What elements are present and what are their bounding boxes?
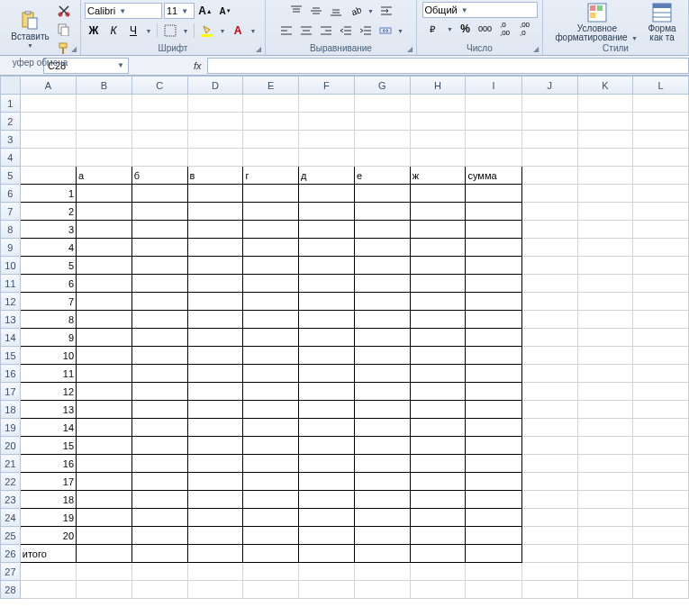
cell[interactable]: [354, 563, 410, 581]
cell[interactable]: [577, 203, 633, 221]
cell[interactable]: [299, 581, 355, 599]
row-header[interactable]: 18: [1, 401, 21, 419]
cell[interactable]: 12: [20, 383, 76, 401]
cell[interactable]: [354, 455, 410, 473]
cell[interactable]: [521, 257, 577, 275]
cell[interactable]: [521, 167, 577, 185]
cell[interactable]: в: [187, 167, 243, 185]
column-header[interactable]: J: [521, 77, 577, 95]
cell[interactable]: [187, 131, 243, 149]
cell[interactable]: [521, 347, 577, 365]
cell[interactable]: [521, 563, 577, 581]
row-header[interactable]: 7: [1, 203, 21, 221]
cell[interactable]: [521, 131, 577, 149]
cell[interactable]: [243, 455, 299, 473]
cell[interactable]: [243, 329, 299, 347]
cell[interactable]: [243, 419, 299, 437]
cell[interactable]: 5: [20, 257, 76, 275]
chevron-down-icon[interactable]: ▼: [218, 28, 227, 34]
cell[interactable]: [243, 257, 299, 275]
cell[interactable]: [243, 383, 299, 401]
cell[interactable]: [187, 329, 243, 347]
cell[interactable]: [354, 437, 410, 455]
cell[interactable]: [410, 347, 466, 365]
cell[interactable]: [577, 491, 633, 509]
cell[interactable]: [466, 545, 521, 563]
cell[interactable]: [131, 419, 187, 437]
cell[interactable]: [354, 149, 410, 167]
cell[interactable]: [187, 185, 243, 203]
cell[interactable]: [633, 149, 689, 167]
cell[interactable]: [521, 437, 577, 455]
cell[interactable]: сумма: [466, 167, 521, 185]
percent-button[interactable]: %: [457, 20, 475, 38]
cell[interactable]: [466, 257, 521, 275]
cell[interactable]: [299, 275, 355, 293]
cell[interactable]: [299, 437, 355, 455]
formula-input[interactable]: [207, 58, 689, 74]
cell[interactable]: [243, 113, 299, 131]
cell[interactable]: [633, 203, 689, 221]
cell[interactable]: [410, 563, 466, 581]
cell[interactable]: [77, 581, 132, 599]
cell[interactable]: [521, 203, 577, 221]
cell[interactable]: [187, 221, 243, 239]
cell[interactable]: [521, 239, 577, 257]
cell[interactable]: [466, 347, 521, 365]
cell[interactable]: [77, 509, 132, 527]
row-header[interactable]: 15: [1, 347, 21, 365]
row-header[interactable]: 16: [1, 365, 21, 383]
paste-button[interactable]: Вставить ▼: [7, 11, 52, 49]
cell[interactable]: [410, 95, 466, 113]
cell[interactable]: [633, 221, 689, 239]
cell[interactable]: [77, 383, 132, 401]
row-header[interactable]: 17: [1, 383, 21, 401]
cell[interactable]: [466, 563, 521, 581]
cell[interactable]: [131, 113, 187, 131]
merge-button[interactable]: [376, 22, 394, 40]
cell[interactable]: [354, 203, 410, 221]
row-header[interactable]: 24: [1, 509, 21, 527]
cell[interactable]: [77, 491, 132, 509]
cell[interactable]: [633, 185, 689, 203]
cell[interactable]: [187, 419, 243, 437]
cell[interactable]: [354, 545, 410, 563]
cell[interactable]: [131, 509, 187, 527]
cell[interactable]: 20: [20, 527, 76, 545]
cell[interactable]: [243, 221, 299, 239]
cell[interactable]: [521, 329, 577, 347]
row-header[interactable]: 12: [1, 293, 21, 311]
cell[interactable]: [354, 527, 410, 545]
align-top-button[interactable]: [287, 2, 305, 20]
cell[interactable]: [577, 545, 633, 563]
cell[interactable]: [131, 239, 187, 257]
cell[interactable]: [466, 455, 521, 473]
cell[interactable]: [187, 113, 243, 131]
cell[interactable]: [633, 275, 689, 293]
row-header[interactable]: 11: [1, 275, 21, 293]
cell[interactable]: [354, 329, 410, 347]
cell[interactable]: [410, 491, 466, 509]
cell[interactable]: [466, 329, 521, 347]
cell[interactable]: [521, 455, 577, 473]
cell[interactable]: [521, 365, 577, 383]
row-header[interactable]: 25: [1, 527, 21, 545]
cell[interactable]: [243, 95, 299, 113]
cell[interactable]: [633, 581, 689, 599]
cell[interactable]: [577, 581, 633, 599]
cell[interactable]: [187, 527, 243, 545]
dialog-launcher-icon[interactable]: ◢: [531, 44, 540, 53]
cell[interactable]: [410, 383, 466, 401]
format-as-table-button[interactable]: Форма как та: [644, 3, 679, 42]
cell[interactable]: [577, 95, 633, 113]
cell[interactable]: 16: [20, 455, 76, 473]
cell[interactable]: 1: [20, 185, 76, 203]
cell[interactable]: [577, 401, 633, 419]
cell[interactable]: [131, 95, 187, 113]
cell[interactable]: [577, 365, 633, 383]
cell[interactable]: [243, 545, 299, 563]
cell[interactable]: [299, 257, 355, 275]
comma-style-button[interactable]: 000: [476, 20, 494, 38]
cell[interactable]: [410, 257, 466, 275]
cell[interactable]: [20, 149, 76, 167]
